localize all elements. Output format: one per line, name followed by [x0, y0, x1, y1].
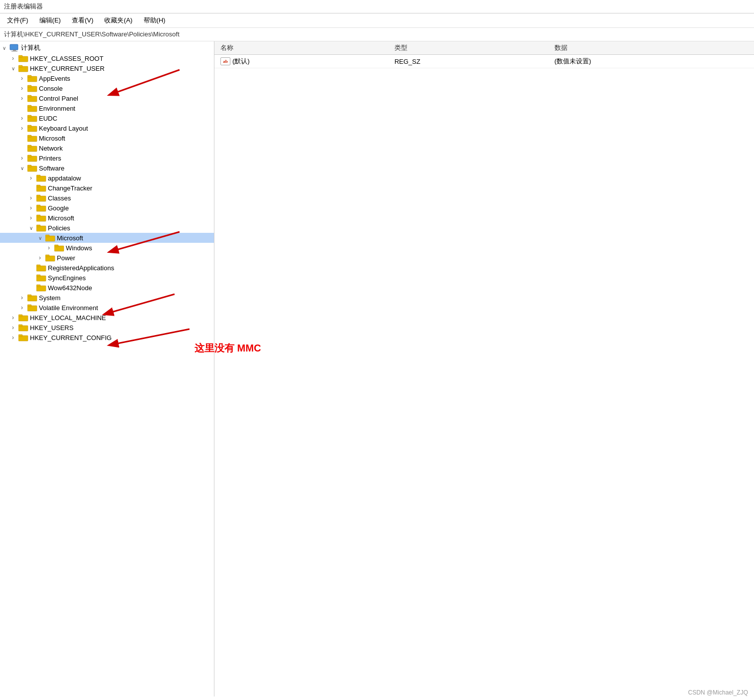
svg-rect-16 — [27, 115, 31, 117]
expand-btn-printers[interactable]: › — [18, 154, 26, 162]
expand-btn-appdatalow[interactable]: › — [27, 174, 35, 182]
expand-btn-volatile[interactable]: › — [18, 304, 26, 312]
tree-item-hkcu[interactable]: ∨ HKEY_CURRENT_USER — [0, 63, 214, 73]
folder-icon-windows — [54, 244, 64, 252]
tree-item-controlpanel[interactable]: › Control Panel — [0, 93, 214, 103]
item-label-system: System — [39, 294, 60, 302]
item-label-changetracker: ChangeTracker — [48, 184, 92, 192]
tree-item-hku[interactable]: › HKEY_USERS — [0, 323, 214, 333]
item-label-classes: Classes — [48, 194, 71, 202]
tree-item-system[interactable]: › System — [0, 293, 214, 303]
expand-btn-hku[interactable]: › — [9, 324, 17, 332]
expand-btn-syncengines[interactable] — [27, 274, 35, 282]
folder-icon-microsoft2 — [36, 214, 46, 222]
expand-btn-power[interactable]: › — [36, 254, 44, 262]
expand-btn-environment[interactable] — [18, 104, 26, 112]
menu-file[interactable]: 文件(F) — [2, 14, 33, 26]
tree-item-policies[interactable]: ∨ Policies — [0, 223, 214, 233]
tree-item-keyboardlayout[interactable]: › Keyboard Layout — [0, 123, 214, 133]
svg-rect-50 — [36, 285, 40, 287]
item-label-controlpanel: Control Panel — [39, 95, 78, 102]
item-label-volatile: Volatile Environment — [39, 304, 98, 312]
tree-item-classes[interactable]: › Classes — [0, 193, 214, 203]
tree-item-wow6432node[interactable]: Wow6432Node — [0, 283, 214, 293]
item-label-registeredapps: RegisteredApplications — [48, 264, 114, 272]
tree-item-computer[interactable]: ∨ 计算机 — [0, 42, 214, 53]
expand-btn-microsoft2[interactable]: › — [27, 214, 35, 222]
expand-btn-keyboardlayout[interactable]: › — [18, 124, 26, 132]
tree-item-network[interactable]: Network — [0, 143, 214, 153]
tree-item-software[interactable]: ∨ Software — [0, 163, 214, 173]
detail-cell-name: ab(默认) — [214, 55, 388, 68]
tree-item-power[interactable]: › Power — [0, 253, 214, 263]
expand-btn-changetracker[interactable] — [27, 184, 35, 192]
expand-btn-console[interactable]: › — [18, 84, 26, 92]
expand-btn-microsoft[interactable] — [18, 134, 26, 142]
svg-rect-10 — [27, 85, 31, 87]
tree-item-google[interactable]: › Google — [0, 203, 214, 213]
menu-help[interactable]: 帮助(H) — [139, 14, 171, 26]
item-label-power: Power — [57, 254, 75, 262]
expand-btn-hkcu[interactable]: ∨ — [9, 64, 17, 72]
expand-btn-registeredapps[interactable] — [27, 264, 35, 272]
tree-item-printers[interactable]: › Printers — [0, 153, 214, 163]
tree-item-microsoft[interactable]: Microsoft — [0, 133, 214, 143]
svg-rect-44 — [45, 255, 49, 257]
expand-btn-hkcc[interactable]: › — [9, 334, 17, 342]
tree-item-volatile[interactable]: › Volatile Environment — [0, 303, 214, 313]
expand-btn-google[interactable]: › — [27, 204, 35, 212]
tree-item-hkcc[interactable]: › HKEY_CURRENT_CONFIG — [0, 333, 214, 343]
item-label-policies: Policies — [48, 224, 70, 232]
tree-item-windows[interactable]: › Windows — [0, 243, 214, 253]
detail-row[interactable]: ab(默认)REG_SZ(数值未设置) — [214, 55, 754, 68]
item-label-console: Console — [39, 85, 63, 92]
tree-item-eudc[interactable]: › EUDC — [0, 113, 214, 123]
expand-btn-computer[interactable]: ∨ — [0, 44, 8, 52]
expand-btn-software[interactable]: ∨ — [18, 164, 26, 172]
tree-item-microsoft2[interactable]: › Microsoft — [0, 213, 214, 223]
expand-btn-classes[interactable]: › — [27, 194, 35, 202]
item-label-microsoft: Microsoft — [39, 135, 65, 142]
item-label-printers: Printers — [39, 155, 61, 162]
item-label-network: Network — [39, 145, 63, 152]
expand-btn-system[interactable]: › — [18, 294, 26, 302]
tree-item-syncengines[interactable]: SyncEngines — [0, 273, 214, 283]
item-label-hkcc: HKEY_CURRENT_CONFIG — [30, 334, 112, 342]
svg-rect-20 — [27, 135, 31, 137]
folder-icon-volatile — [27, 304, 37, 312]
tree-item-hkcr[interactable]: › HKEY_CLASSES_ROOT — [0, 53, 214, 63]
item-label-software: Software — [39, 165, 64, 172]
tree-item-hklm[interactable]: › HKEY_LOCAL_MACHINE — [0, 313, 214, 323]
folder-icon-eudc — [27, 114, 37, 122]
expand-btn-policies-microsoft[interactable]: ∨ — [36, 234, 44, 242]
expand-btn-eudc[interactable]: › — [18, 114, 26, 122]
folder-icon-printers — [27, 154, 37, 162]
expand-btn-windows[interactable]: › — [45, 244, 53, 252]
expand-btn-network[interactable] — [18, 144, 26, 152]
tree-item-environment[interactable]: Environment — [0, 103, 214, 113]
menu-view[interactable]: 查看(V) — [67, 14, 98, 26]
svg-rect-38 — [36, 225, 40, 227]
svg-rect-56 — [18, 315, 22, 317]
svg-rect-46 — [36, 265, 40, 267]
tree-item-changetracker[interactable]: ChangeTracker — [0, 183, 214, 193]
expand-btn-appevents[interactable]: › — [18, 74, 26, 82]
menu-edit[interactable]: 编辑(E) — [34, 14, 66, 26]
tree-item-console[interactable]: › Console — [0, 83, 214, 93]
svg-rect-60 — [18, 335, 22, 337]
menu-favorites[interactable]: 收藏夹(A) — [99, 14, 137, 26]
item-label-eudc: EUDC — [39, 115, 57, 122]
folder-icon-policies-microsoft — [45, 234, 55, 242]
expand-btn-policies[interactable]: ∨ — [27, 224, 35, 232]
tree-item-appdatalow[interactable]: › appdatalow — [0, 173, 214, 183]
col-data: 数据 — [549, 41, 754, 55]
expand-btn-hklm[interactable]: › — [9, 314, 17, 322]
item-label-computer: 计算机 — [21, 43, 40, 52]
expand-btn-controlpanel[interactable]: › — [18, 94, 26, 102]
item-label-hkcu: HKEY_CURRENT_USER — [30, 65, 105, 72]
tree-item-policies-microsoft[interactable]: ∨ Microsoft — [0, 233, 214, 243]
expand-btn-wow6432node[interactable] — [27, 284, 35, 292]
tree-item-registeredapps[interactable]: RegisteredApplications — [0, 263, 214, 273]
tree-item-appevents[interactable]: › AppEvents — [0, 73, 214, 83]
expand-btn-hkcr[interactable]: › — [9, 54, 17, 62]
